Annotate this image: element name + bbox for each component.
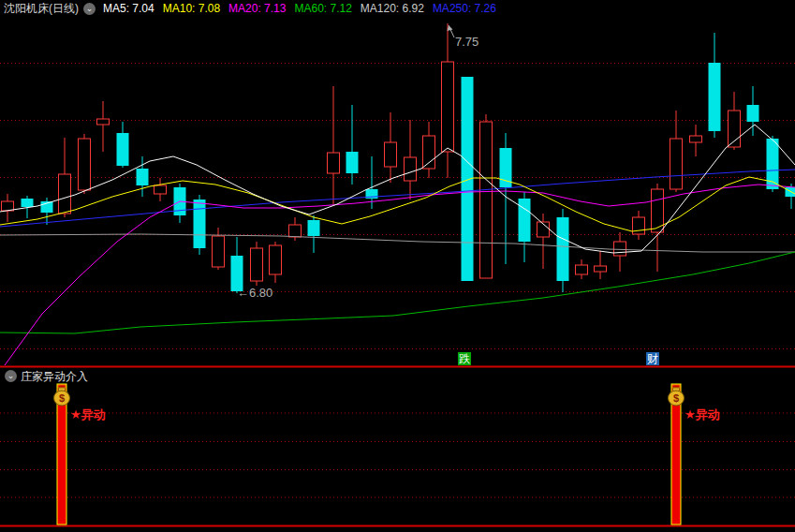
signal-label: ★异动 [70, 406, 106, 423]
candle-body-up [270, 245, 282, 274]
candle-body-up [79, 139, 91, 190]
low-label: ←6.80 [237, 286, 272, 300]
main-chart-svg[interactable]: $$ [0, 0, 795, 532]
candle-body-up [633, 217, 645, 234]
candle-body-down [709, 63, 721, 131]
candle-body-down [308, 220, 320, 236]
candle-body-down [346, 152, 359, 173]
candle-body-down [747, 105, 759, 122]
panel-separator [0, 525, 795, 527]
candle-body-up [690, 136, 702, 142]
signal-label: ★异动 [685, 406, 720, 423]
event-marker-跌[interactable]: 跌 [458, 352, 471, 365]
candle-body-up [2, 201, 14, 211]
candle-body-up [405, 157, 417, 181]
subpanel-title: 庄家异动介入 [21, 369, 88, 385]
high-label: 7.75 [455, 35, 478, 49]
candle-body-up [97, 119, 110, 125]
candle-body-up [614, 242, 626, 256]
candle-body-up [595, 266, 607, 272]
candle-body-up [423, 136, 435, 169]
money-bag-dollar: $ [59, 392, 65, 404]
candle-body-down [137, 169, 149, 185]
ma-line-ma60 [0, 252, 795, 333]
candle-body-down [22, 199, 34, 207]
candle-body-down [557, 217, 569, 281]
money-bag-knot [672, 385, 680, 388]
candle-body-up [213, 236, 225, 267]
candle-body-up [328, 153, 340, 173]
candle-body-up [289, 225, 302, 237]
stock-app-screen: 沈阳机床(日线) ⌄ MA5: 7.04MA10: 7.08MA20: 7.13… [0, 0, 795, 532]
candle-body-up [670, 139, 683, 189]
candle-body-up [576, 265, 588, 274]
ma-line-ma120 [0, 234, 795, 252]
candle-body-up [442, 62, 454, 152]
candle-body-down [786, 187, 795, 197]
money-bag-dollar: $ [673, 392, 679, 404]
candle-body-up [59, 174, 71, 214]
candle-body-down [194, 200, 206, 248]
candle-body-up [480, 122, 493, 278]
candle-body-down [519, 199, 531, 242]
candle-body-down [117, 133, 129, 166]
candle-body-up [155, 185, 167, 194]
subpanel-chevron-icon[interactable]: ⌄ [5, 370, 17, 382]
money-bag-knot [58, 385, 66, 388]
candle-body-up [385, 142, 397, 167]
panel-separator [0, 366, 795, 368]
event-marker-财[interactable]: 财 [646, 352, 659, 365]
candle-body-up [251, 248, 263, 281]
